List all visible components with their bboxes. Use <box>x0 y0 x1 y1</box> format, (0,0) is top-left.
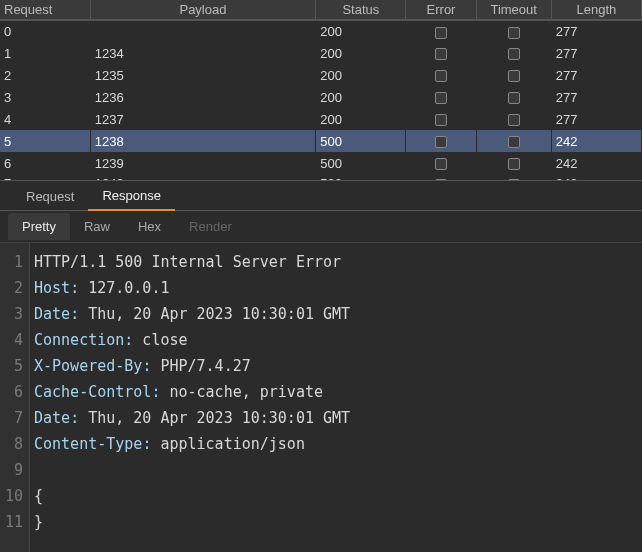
cell: 500 <box>316 130 406 152</box>
timeout-checkbox[interactable] <box>508 92 520 104</box>
cell: 1239 <box>90 152 316 174</box>
col-request[interactable]: Request <box>0 0 90 20</box>
cell: 200 <box>316 86 406 108</box>
cell <box>406 108 476 130</box>
code-line: HTTP/1.1 500 Internal Server Error <box>34 249 642 275</box>
code-line: } <box>34 509 642 535</box>
cell: 200 <box>316 64 406 86</box>
timeout-checkbox[interactable] <box>508 114 520 126</box>
cell: 200 <box>316 108 406 130</box>
error-checkbox[interactable] <box>435 27 447 39</box>
cell: 4 <box>0 108 90 130</box>
cell <box>90 20 316 42</box>
table-row[interactable]: 61239500242 <box>0 152 642 174</box>
cell: 1235 <box>90 64 316 86</box>
timeout-checkbox[interactable] <box>508 179 520 180</box>
timeout-checkbox[interactable] <box>508 158 520 170</box>
code-line: Cache-Control: no-cache, private <box>34 379 642 405</box>
col-error[interactable]: Error <box>406 0 476 20</box>
response-editor[interactable]: 1234567891011 HTTP/1.1 500 Internal Serv… <box>0 243 642 552</box>
cell: 2 <box>0 64 90 86</box>
error-checkbox[interactable] <box>435 136 447 148</box>
code-line <box>34 457 642 483</box>
cell <box>476 152 551 174</box>
cell: 1 <box>0 42 90 64</box>
table-row[interactable]: 51238500242 <box>0 130 642 152</box>
code-line: Content-Type: application/json <box>34 431 642 457</box>
cell: 1238 <box>90 130 316 152</box>
cell: 242 <box>551 130 641 152</box>
cell: 200 <box>316 42 406 64</box>
cell: 277 <box>551 108 641 130</box>
code-line: Date: Thu, 20 Apr 2023 10:30:01 GMT <box>34 301 642 327</box>
results-table-pane: Request Payload Status Error Timeout Len… <box>0 0 642 180</box>
timeout-checkbox[interactable] <box>508 136 520 148</box>
code-line: Date: Thu, 20 Apr 2023 10:30:01 GMT <box>34 405 642 431</box>
cell <box>476 20 551 42</box>
cell <box>406 152 476 174</box>
subtab-render: Render <box>175 213 246 240</box>
col-length[interactable]: Length <box>551 0 641 20</box>
results-table[interactable]: Request Payload Status Error Timeout Len… <box>0 0 642 180</box>
cell: 1237 <box>90 108 316 130</box>
cell: 0 <box>0 20 90 42</box>
table-row[interactable]: 31236200277 <box>0 86 642 108</box>
timeout-checkbox[interactable] <box>508 70 520 82</box>
code-line: Host: 127.0.0.1 <box>34 275 642 301</box>
cell: 200 <box>316 20 406 42</box>
cell <box>406 130 476 152</box>
timeout-checkbox[interactable] <box>508 27 520 39</box>
code-line: { <box>34 483 642 509</box>
cell <box>406 86 476 108</box>
cell: 277 <box>551 64 641 86</box>
cell: 277 <box>551 42 641 64</box>
response-body[interactable]: HTTP/1.1 500 Internal Server ErrorHost: … <box>30 243 642 552</box>
error-checkbox[interactable] <box>435 179 447 180</box>
code-line: Connection: close <box>34 327 642 353</box>
col-timeout[interactable]: Timeout <box>476 0 551 20</box>
tab-response[interactable]: Response <box>88 182 175 211</box>
cell <box>406 20 476 42</box>
cell: 277 <box>551 20 641 42</box>
cell: 242 <box>551 152 641 174</box>
cell <box>406 42 476 64</box>
cell: 277 <box>551 86 641 108</box>
cell: 6 <box>0 152 90 174</box>
error-checkbox[interactable] <box>435 114 447 126</box>
error-checkbox[interactable] <box>435 92 447 104</box>
cell <box>476 64 551 86</box>
table-row[interactable]: 0200277 <box>0 20 642 42</box>
table-row[interactable]: 41237200277 <box>0 108 642 130</box>
cell <box>406 64 476 86</box>
code-line: X-Powered-By: PHP/7.4.27 <box>34 353 642 379</box>
error-checkbox[interactable] <box>435 48 447 60</box>
subtab-raw[interactable]: Raw <box>70 213 124 240</box>
cell <box>476 130 551 152</box>
cell <box>476 42 551 64</box>
error-checkbox[interactable] <box>435 158 447 170</box>
cell <box>476 86 551 108</box>
timeout-checkbox[interactable] <box>508 48 520 60</box>
cell: 5 <box>0 130 90 152</box>
cell: 3 <box>0 86 90 108</box>
line-gutter: 1234567891011 <box>0 243 30 552</box>
request-response-tabs: Request Response <box>0 181 642 211</box>
table-row[interactable]: 11234200277 <box>0 42 642 64</box>
table-row[interactable]: 21235200277 <box>0 64 642 86</box>
col-status[interactable]: Status <box>316 0 406 20</box>
cell: 1234 <box>90 42 316 64</box>
subtab-pretty[interactable]: Pretty <box>8 213 70 240</box>
tab-request[interactable]: Request <box>12 183 88 210</box>
table-header-row[interactable]: Request Payload Status Error Timeout Len… <box>0 0 642 20</box>
cell <box>476 108 551 130</box>
subtab-hex[interactable]: Hex <box>124 213 175 240</box>
view-subtabs: Pretty Raw Hex Render <box>0 211 642 243</box>
col-payload[interactable]: Payload <box>90 0 316 20</box>
error-checkbox[interactable] <box>435 70 447 82</box>
cell: 500 <box>316 152 406 174</box>
cell: 1236 <box>90 86 316 108</box>
